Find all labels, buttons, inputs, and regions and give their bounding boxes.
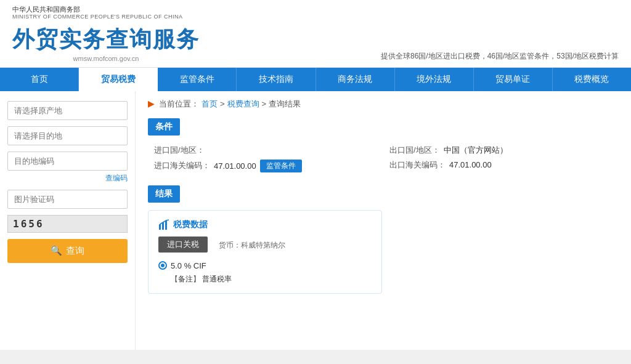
export-country-row: 出口国/地区： 中国（官方网站） bbox=[389, 143, 613, 158]
sidebar: 查编码 1656 🔍 查询 bbox=[0, 91, 136, 350]
conditions-right: 出口国/地区： 中国（官方网站） 出口海关编码： 47.01.00.00 bbox=[389, 143, 613, 174]
note-label: 【 bbox=[171, 275, 178, 283]
svg-rect-2 bbox=[165, 220, 167, 230]
breadcrumb-prefix: 当前位置： bbox=[159, 99, 199, 110]
site-domain: wmsw.mofcom.gov.cn bbox=[12, 55, 200, 62]
results-section: 结果 税费数据 进口关税 货币：科威特第纳尔 bbox=[148, 185, 619, 294]
nav-item-commerce-law[interactable]: 商务法规 bbox=[316, 68, 395, 91]
main-content: 查编码 1656 🔍 查询 ▶ 当前位置： 首页 > 税费查询 > 查询结果 条… bbox=[0, 91, 631, 350]
chart-icon bbox=[158, 219, 169, 230]
export-country-label: 出口国/地区： bbox=[389, 145, 440, 156]
svg-rect-0 bbox=[159, 224, 161, 230]
captcha-image: 1656 bbox=[7, 215, 128, 233]
dest-code-input[interactable] bbox=[7, 152, 128, 171]
import-tax-badge: 进口关税 bbox=[158, 237, 208, 253]
lookup-link[interactable]: 查编码 bbox=[7, 173, 128, 184]
tax-rate-row: 5.0 % CIF bbox=[158, 261, 372, 270]
breadcrumb-home[interactable]: 首页 bbox=[202, 99, 218, 110]
nav-item-supervision[interactable]: 监管条件 bbox=[158, 68, 237, 91]
nav-item-foreign-law[interactable]: 境外法规 bbox=[395, 68, 474, 91]
results-header: 结果 bbox=[148, 185, 180, 203]
export-country-value: 中国（官方网站） bbox=[444, 145, 508, 156]
breadcrumb-sep2: > bbox=[262, 99, 267, 108]
destination-input[interactable] bbox=[7, 126, 128, 145]
svg-rect-1 bbox=[162, 222, 164, 230]
site-description: 提供全球86国/地区进出口税费，46国/地区监管条件，53国/地区税费计算 bbox=[381, 51, 619, 62]
supervision-btn[interactable]: 监管条件 bbox=[260, 160, 302, 172]
nav-item-trade-tax[interactable]: 贸易税费 bbox=[79, 68, 158, 91]
top-header: 中华人民共和国商务部 MINISTRY OF COMMERCE PEOPLE'S… bbox=[0, 0, 631, 68]
tax-rate-value: 5.0 % CIF bbox=[171, 261, 206, 270]
import-country-row: 进口国/地区： bbox=[154, 143, 377, 158]
site-title-row: 外贸实务查询服务 wmsw.mofcom.gov.cn 提供全球86国/地区进出… bbox=[12, 21, 619, 65]
result-card: 税费数据 进口关税 货币：科威特第纳尔 5.0 % CIF 【备注】 普通税率 bbox=[148, 210, 382, 294]
result-card-title: 税费数据 bbox=[158, 219, 372, 230]
nav-item-tech-guide[interactable]: 技术指南 bbox=[237, 68, 316, 91]
nav-bar: 首页 贸易税费 监管条件 技术指南 商务法规 境外法规 贸易单证 税费概览 bbox=[0, 68, 631, 91]
breadcrumb-current: 查询结果 bbox=[269, 99, 301, 110]
search-button[interactable]: 🔍 查询 bbox=[7, 239, 128, 263]
note-text: 普通税率 bbox=[202, 275, 232, 283]
search-icon: 🔍 bbox=[51, 245, 62, 256]
export-code-value: 47.01.00.00 bbox=[449, 160, 492, 169]
nav-item-tax-overview[interactable]: 税费概览 bbox=[553, 68, 631, 91]
origin-input[interactable] bbox=[7, 101, 128, 120]
ministry-name: 中华人民共和国商务部 MINISTRY OF COMMERCE PEOPLE'S… bbox=[12, 5, 619, 21]
currency-label: 货币：科威特第纳尔 bbox=[219, 240, 285, 251]
import-code-label: 进口海关编码： bbox=[154, 160, 210, 171]
nav-item-home[interactable]: 首页 bbox=[0, 68, 79, 91]
conditions-grid: 进口国/地区： 进口海关编码： 47.01.00.00 监管条件 出口国/地区：… bbox=[148, 143, 619, 174]
conditions-left: 进口国/地区： 进口海关编码： 47.01.00.00 监管条件 bbox=[154, 143, 377, 174]
import-tax-row: 进口关税 货币：科威特第纳尔 bbox=[158, 237, 372, 255]
conditions-header: 条件 bbox=[148, 118, 180, 135]
note-row: 【备注】 普通税率 bbox=[171, 274, 372, 285]
search-label: 查询 bbox=[66, 245, 84, 257]
breadcrumb-arrow: ▶ bbox=[148, 99, 154, 108]
nav-item-trade-doc[interactable]: 贸易单证 bbox=[474, 68, 553, 91]
import-code-row: 进口海关编码： 47.01.00.00 监管条件 bbox=[154, 158, 377, 174]
note-label-text: 备注 bbox=[178, 275, 193, 283]
breadcrumb-sep1: > bbox=[220, 99, 225, 108]
card-title-text: 税费数据 bbox=[173, 219, 208, 230]
conditions-section: 条件 进口国/地区： 进口海关编码： 47.01.00.00 监管条件 bbox=[148, 118, 619, 174]
captcha-input[interactable] bbox=[7, 190, 128, 209]
breadcrumb-tax-query[interactable]: 税费查询 bbox=[227, 99, 259, 110]
import-country-label: 进口国/地区： bbox=[154, 145, 205, 156]
export-code-row: 出口海关编码： 47.01.00.00 bbox=[389, 158, 613, 172]
export-code-label: 出口海关编码： bbox=[389, 160, 446, 171]
breadcrumb: ▶ 当前位置： 首页 > 税费查询 > 查询结果 bbox=[148, 99, 619, 110]
import-code-value: 47.01.00.00 bbox=[214, 161, 256, 171]
right-content: ▶ 当前位置： 首页 > 税费查询 > 查询结果 条件 进口国/地区： 进口海关… bbox=[136, 91, 631, 350]
radio-dot bbox=[158, 261, 167, 270]
site-title: 外贸实务查询服务 bbox=[12, 25, 200, 55]
